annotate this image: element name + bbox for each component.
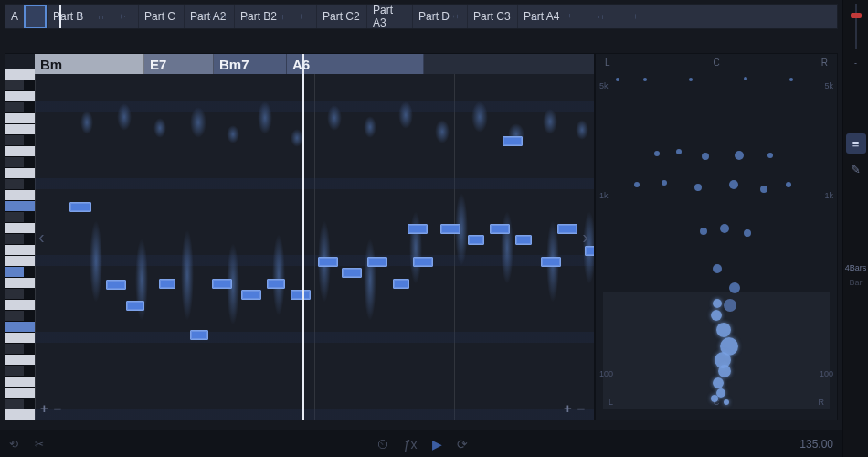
tool-list-button[interactable]: ≡ bbox=[846, 133, 866, 154]
spectrum-dot bbox=[702, 153, 709, 160]
transport-controls: ⏲ ƒx ▶ ⟳ bbox=[376, 437, 468, 452]
chord-bm[interactable]: Bm bbox=[35, 54, 144, 74]
piano-key[interactable] bbox=[5, 354, 35, 365]
spectrum-dot bbox=[634, 182, 640, 187]
piano-key[interactable] bbox=[5, 409, 35, 420]
zoom-in-left[interactable]: + bbox=[40, 400, 48, 416]
midi-note[interactable] bbox=[342, 268, 362, 278]
fx-button[interactable]: ƒx bbox=[404, 437, 418, 452]
piano-key[interactable] bbox=[5, 387, 35, 398]
part-segment-parta2[interactable]: Part A2 bbox=[184, 5, 234, 28]
midi-note[interactable] bbox=[413, 257, 433, 267]
piano-roll-editor[interactable]: BmE7Bm7A6 ‹ › + – + – bbox=[5, 53, 595, 420]
piano-key[interactable] bbox=[5, 244, 35, 255]
midi-note[interactable] bbox=[503, 136, 523, 146]
piano-key[interactable] bbox=[5, 112, 35, 123]
spectrum-dot bbox=[713, 264, 722, 273]
midi-note[interactable] bbox=[490, 224, 510, 234]
arrangement-part-strip[interactable]: APart BPart CPart A2Part B2Part C2Part A… bbox=[5, 4, 838, 29]
midi-note[interactable] bbox=[106, 280, 126, 290]
piano-key[interactable] bbox=[5, 332, 35, 343]
piano-key[interactable] bbox=[5, 189, 35, 200]
part-segment-a[interactable]: A bbox=[5, 5, 24, 28]
tool-draw-button[interactable]: ✎ bbox=[846, 159, 866, 179]
midi-note[interactable] bbox=[393, 279, 409, 289]
piano-keyboard[interactable] bbox=[5, 69, 35, 420]
part-segment-partb2[interactable]: Part B2 bbox=[234, 5, 316, 28]
piano-key[interactable] bbox=[5, 222, 35, 233]
piano-key[interactable] bbox=[5, 310, 24, 321]
loop-button[interactable]: ⟳ bbox=[457, 437, 468, 452]
midi-note[interactable] bbox=[318, 257, 338, 267]
midi-note[interactable] bbox=[408, 224, 428, 234]
piano-key[interactable] bbox=[5, 233, 24, 244]
chord-e7[interactable]: E7 bbox=[144, 54, 214, 74]
part-segment-partc[interactable]: Part C bbox=[138, 5, 184, 28]
piano-key[interactable] bbox=[5, 200, 35, 211]
midi-note[interactable] bbox=[585, 246, 595, 256]
piano-key[interactable] bbox=[5, 90, 35, 101]
snap-label[interactable]: Bar bbox=[849, 278, 862, 287]
piano-key[interactable] bbox=[5, 376, 35, 387]
midi-note[interactable] bbox=[557, 224, 577, 234]
piano-key[interactable] bbox=[5, 167, 35, 178]
piano-key[interactable] bbox=[5, 178, 24, 189]
midi-note[interactable] bbox=[515, 235, 532, 245]
scroll-left-button[interactable]: ‹ bbox=[38, 227, 45, 248]
piano-key[interactable] bbox=[5, 365, 24, 376]
midi-note[interactable] bbox=[126, 301, 144, 311]
midi-note[interactable] bbox=[212, 279, 232, 289]
piano-key[interactable] bbox=[5, 255, 35, 266]
piano-key[interactable] bbox=[5, 398, 24, 409]
piano-key[interactable] bbox=[5, 134, 24, 145]
piano-key[interactable] bbox=[5, 80, 24, 90]
scroll-right-button[interactable]: › bbox=[582, 227, 588, 248]
master-fader[interactable] bbox=[848, 4, 864, 49]
zoom-out-right[interactable]: – bbox=[577, 400, 585, 416]
midi-note[interactable] bbox=[440, 224, 460, 234]
midi-note[interactable] bbox=[541, 257, 561, 267]
metronome-button[interactable]: ⏲ bbox=[376, 437, 389, 452]
arrangement-playhead[interactable] bbox=[59, 5, 61, 28]
play-button[interactable]: ▶ bbox=[432, 437, 442, 452]
piano-key[interactable] bbox=[5, 123, 35, 134]
midi-note[interactable] bbox=[190, 330, 208, 340]
piano-key[interactable] bbox=[5, 145, 35, 156]
undo-button[interactable]: ⟲ bbox=[9, 438, 18, 451]
midi-note[interactable] bbox=[69, 202, 91, 212]
part-segment-partc3[interactable]: Part C3 bbox=[467, 5, 517, 28]
part-segment-partd[interactable]: Part D bbox=[412, 5, 467, 28]
midi-note[interactable] bbox=[367, 257, 387, 267]
part-segment-current[interactable] bbox=[24, 5, 47, 28]
piano-key[interactable] bbox=[5, 343, 24, 354]
fader-knob[interactable] bbox=[851, 13, 862, 18]
tempo-readout[interactable]: 135.00 bbox=[799, 438, 833, 451]
piano-key[interactable] bbox=[5, 69, 35, 80]
grid-size-label[interactable]: 4Bars bbox=[845, 263, 867, 272]
zoom-out-left[interactable]: – bbox=[54, 400, 61, 416]
part-segment-partc2[interactable]: Part C2 bbox=[316, 5, 366, 28]
midi-note[interactable] bbox=[267, 279, 285, 289]
part-segment-parta3[interactable]: Part A3 bbox=[366, 5, 412, 28]
midi-note[interactable] bbox=[291, 290, 311, 300]
zoom-in-right[interactable]: + bbox=[564, 400, 572, 416]
piano-key[interactable] bbox=[5, 299, 35, 310]
stereo-spectrum-panel[interactable]: L C R 5k1k1005k1k100 L C R bbox=[595, 53, 838, 420]
chord-track[interactable]: BmE7Bm7A6 bbox=[35, 54, 594, 74]
pitch-blob bbox=[117, 103, 132, 131]
playhead[interactable] bbox=[302, 54, 304, 420]
chord-a6[interactable]: A6 bbox=[287, 54, 424, 74]
piano-key[interactable] bbox=[5, 266, 24, 277]
midi-note[interactable] bbox=[159, 279, 175, 289]
midi-note[interactable] bbox=[241, 290, 261, 300]
piano-key[interactable] bbox=[5, 156, 24, 167]
part-segment-parta4[interactable]: Part A4 bbox=[517, 5, 659, 28]
midi-note[interactable] bbox=[468, 235, 484, 245]
scissors-tool-icon[interactable]: ✂ bbox=[35, 438, 44, 451]
chord-bm7[interactable]: Bm7 bbox=[214, 54, 287, 74]
piano-key[interactable] bbox=[5, 211, 24, 222]
piano-key[interactable] bbox=[5, 321, 35, 332]
piano-key[interactable] bbox=[5, 101, 24, 112]
piano-key[interactable] bbox=[5, 277, 35, 288]
piano-key[interactable] bbox=[5, 288, 24, 299]
